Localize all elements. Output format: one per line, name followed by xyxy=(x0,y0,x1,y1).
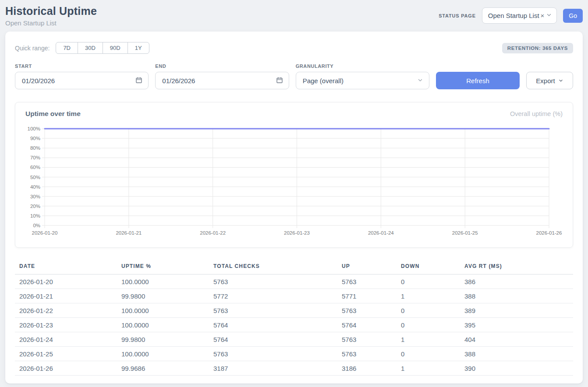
uptime-chart: 0%10%20%30%40%50%60%70%80%90%100%2026-01… xyxy=(25,124,563,237)
uptime-table: DATEUPTIME %TOTAL CHECKSUPDOWNAVG RT (MS… xyxy=(15,260,573,376)
table-cell: 0 xyxy=(401,274,464,289)
table-header-cell: TOTAL CHECKS xyxy=(213,260,342,274)
x-axis-tick-label: 2026-01-21 xyxy=(116,230,142,236)
y-axis-tick-label: 80% xyxy=(30,145,40,151)
export-button[interactable]: Export xyxy=(526,72,573,89)
table-cell: 5763 xyxy=(342,274,401,289)
status-page-selected-value: Open Startup List xyxy=(488,12,539,19)
table-cell: 0 xyxy=(401,303,464,318)
y-axis-tick-label: 40% xyxy=(30,184,40,190)
table-cell: 99.9800 xyxy=(121,289,213,303)
chevron-down-icon xyxy=(417,77,423,84)
granularity-value: Page (overall) xyxy=(303,77,344,84)
main-card: Quick range: 7D 30D 90D 1Y RETENTION: 36… xyxy=(5,32,583,383)
table-cell: 386 xyxy=(464,274,573,289)
quick-range-group: 7D 30D 90D 1Y xyxy=(56,42,149,54)
start-label: START xyxy=(15,63,149,69)
y-axis-tick-label: 0% xyxy=(33,223,40,228)
table-row: 2026-01-2499.9800576457631404 xyxy=(15,332,573,347)
y-axis-tick-label: 100% xyxy=(28,126,40,131)
quick-range-1y[interactable]: 1Y xyxy=(128,42,149,54)
filters-row: START 01/20/2026 END 01/26/2026 GRANULAR… xyxy=(15,63,573,89)
uptime-table-wrap: DATEUPTIME %TOTAL CHECKSUPDOWNAVG RT (MS… xyxy=(15,260,573,376)
end-label: END xyxy=(155,63,289,69)
title-block: Historical Uptime Open Startup List xyxy=(5,5,97,27)
table-header-row: DATEUPTIME %TOTAL CHECKSUPDOWNAVG RT (MS… xyxy=(15,260,573,274)
table-cell: 5763 xyxy=(342,332,401,347)
table-cell: 100.0000 xyxy=(121,274,213,289)
table-cell: 5772 xyxy=(213,289,342,303)
table-cell: 5764 xyxy=(342,318,401,332)
table-cell: 5763 xyxy=(213,274,342,289)
quick-range-7d[interactable]: 7D xyxy=(56,42,78,54)
end-date-field: END 01/26/2026 xyxy=(155,63,289,89)
table-header-cell: AVG RT (MS) xyxy=(464,260,573,274)
uptime-chart-card: Uptime over time Overall uptime (%) 0%10… xyxy=(15,102,573,248)
table-cell: 395 xyxy=(464,318,573,332)
status-page-label: STATUS PAGE xyxy=(439,13,476,18)
table-row: 2026-01-22100.0000576357630389 xyxy=(15,303,573,318)
refresh-button[interactable]: Refresh xyxy=(436,72,520,89)
x-axis-tick-label: 2026-01-25 xyxy=(452,230,478,236)
table-cell: 3187 xyxy=(213,361,342,376)
start-date-input[interactable]: 01/20/2026 xyxy=(15,72,149,89)
table-cell: 100.0000 xyxy=(121,318,213,332)
table-row: 2026-01-2699.9686318731861390 xyxy=(15,361,573,376)
end-date-value: 01/26/2026 xyxy=(162,77,195,84)
table-row: 2026-01-25100.0000576357630388 xyxy=(15,347,573,361)
table-cell: 5763 xyxy=(342,303,401,318)
chevron-down-icon xyxy=(546,12,552,19)
y-axis-tick-label: 70% xyxy=(30,155,40,160)
table-cell: 0 xyxy=(401,318,464,332)
header-controls: STATUS PAGE Open Startup List × Go xyxy=(439,7,583,24)
table-cell: 99.9686 xyxy=(121,361,213,376)
page-title: Historical Uptime xyxy=(5,5,97,18)
table-cell: 5764 xyxy=(213,332,342,347)
status-page-select[interactable]: Open Startup List × xyxy=(482,7,557,24)
table-cell: 2026-01-26 xyxy=(15,361,121,376)
table-cell: 5764 xyxy=(213,318,342,332)
quick-range-30d[interactable]: 30D xyxy=(78,42,103,54)
table-cell: 2026-01-25 xyxy=(15,347,121,361)
calendar-icon[interactable] xyxy=(135,77,142,85)
table-cell: 388 xyxy=(464,347,573,361)
y-axis-tick-label: 90% xyxy=(30,136,40,141)
table-cell: 5763 xyxy=(213,347,342,361)
chevron-down-icon xyxy=(558,77,563,84)
granularity-label: GRANULARITY xyxy=(296,63,429,69)
table-cell: 390 xyxy=(464,361,573,376)
page-header: Historical Uptime Open Startup List STAT… xyxy=(5,0,583,32)
x-axis-tick-label: 2026-01-20 xyxy=(32,230,58,236)
table-cell: 5763 xyxy=(342,347,401,361)
x-axis-tick-label: 2026-01-22 xyxy=(200,230,226,236)
table-row: 2026-01-23100.0000576457640395 xyxy=(15,318,573,332)
table-cell: 1 xyxy=(401,289,464,303)
calendar-icon[interactable] xyxy=(276,77,283,85)
start-date-field: START 01/20/2026 xyxy=(15,63,149,89)
table-header-cell: UPTIME % xyxy=(121,260,213,274)
go-button[interactable]: Go xyxy=(563,9,583,23)
table-cell: 99.9800 xyxy=(121,332,213,347)
y-axis-tick-label: 10% xyxy=(30,213,40,218)
table-cell: 3186 xyxy=(342,361,401,376)
y-axis-tick-label: 20% xyxy=(30,204,40,209)
table-cell: 404 xyxy=(464,332,573,347)
table-row: 2026-01-20100.0000576357630386 xyxy=(15,274,573,289)
x-axis-tick-label: 2026-01-24 xyxy=(368,230,394,236)
export-label: Export xyxy=(536,77,555,84)
retention-badge: RETENTION: 365 DAYS xyxy=(502,43,573,53)
chart-legend: Overall uptime (%) xyxy=(510,110,563,117)
chart-title: Uptime over time xyxy=(25,110,81,118)
table-cell: 389 xyxy=(464,303,573,318)
quick-range-row: Quick range: 7D 30D 90D 1Y RETENTION: 36… xyxy=(15,42,573,54)
table-cell: 2026-01-23 xyxy=(15,318,121,332)
start-date-value: 01/20/2026 xyxy=(22,77,55,84)
clear-icon[interactable]: × xyxy=(541,12,545,19)
granularity-select[interactable]: Page (overall) xyxy=(296,72,429,89)
table-header-cell: DATE xyxy=(15,260,121,274)
table-cell: 5763 xyxy=(213,303,342,318)
y-axis-tick-label: 30% xyxy=(30,194,40,199)
end-date-input[interactable]: 01/26/2026 xyxy=(155,72,289,89)
quick-range-90d[interactable]: 90D xyxy=(103,42,128,54)
page-subtitle: Open Startup List xyxy=(5,19,97,27)
